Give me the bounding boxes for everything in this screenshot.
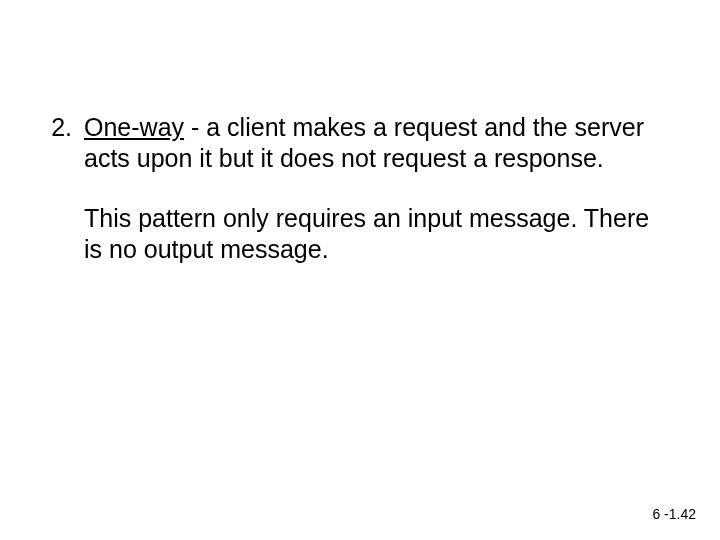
list-marker: 2. [38, 112, 84, 143]
slide-body: 2. One-way - a client makes a request an… [0, 0, 720, 264]
paragraph-1: One-way - a client makes a request and t… [84, 112, 660, 173]
term-underline: One-way [84, 113, 184, 141]
paragraph-2: This pattern only requires an input mess… [84, 203, 660, 264]
list-item: 2. One-way - a client makes a request an… [38, 112, 660, 264]
list-content: One-way - a client makes a request and t… [84, 112, 660, 264]
page-number: 6 -1.42 [652, 506, 696, 522]
